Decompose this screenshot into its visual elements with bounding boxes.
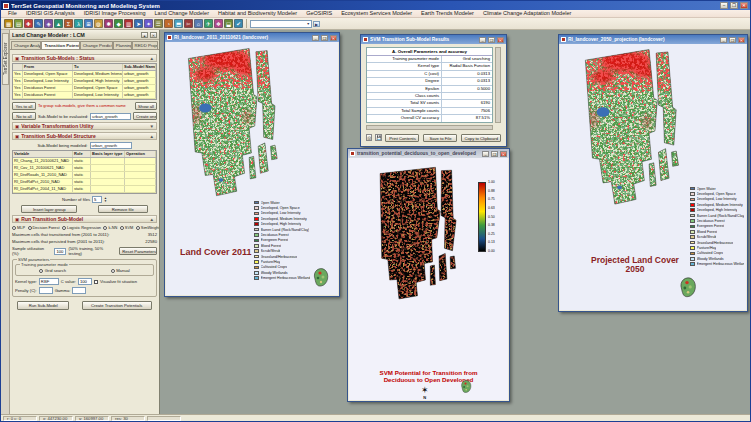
results-action-button[interactable]: Print Contents xyxy=(385,134,419,142)
toolbar-icon[interactable]: ⬒ xyxy=(174,19,183,28)
map-canvas[interactable]: 1.000.880.750.630.500.380.250.130.00 SVM… xyxy=(349,158,508,400)
vertical-scrollbar[interactable] xyxy=(495,47,501,123)
lcm-tab[interactable]: REDD Project xyxy=(132,41,158,49)
method-radio[interactable]: SimWeight xyxy=(136,225,159,230)
toolbar-icon[interactable]: ⬓ xyxy=(224,19,233,28)
section-header-status[interactable]: ▣ Transition Sub-Models : Status ▲ xyxy=(12,54,157,62)
menu-item[interactable]: Earth Trends Modeler xyxy=(417,10,478,17)
toolbar-icon[interactable]: ◆ xyxy=(114,19,123,28)
toolbar-icon[interactable]: Σ xyxy=(64,19,73,28)
toolbar-icon[interactable]: ✱ xyxy=(104,19,113,28)
close-button[interactable]: ✕ xyxy=(738,37,745,43)
toolbar-icon[interactable]: ⌂ xyxy=(194,19,203,28)
section-header-structure[interactable]: ▣ Transition Sub-Model Structure ▲ xyxy=(12,132,157,140)
transition-row[interactable]: Yes Deciduous Forest Developed, Low Inte… xyxy=(13,92,156,99)
remove-file-button[interactable]: Remove file xyxy=(98,205,148,213)
lcm-tab[interactable]: Transition Potentials xyxy=(41,41,79,49)
toolbar-icon[interactable]: ⊞ xyxy=(84,19,93,28)
maximize-button[interactable]: ❐ xyxy=(321,35,328,41)
map-window-landcover-2011[interactable]: RI_landcover_2011_20110621 (landcover) –… xyxy=(164,32,340,297)
panel-close-icon[interactable]: ✕ xyxy=(150,32,157,38)
toolbar-icon[interactable]: ▲ xyxy=(54,19,63,28)
evaluate-combo[interactable]: urban_growth xyxy=(90,113,131,120)
menu-item[interactable]: GeOSIRIS xyxy=(302,10,336,17)
menu-item[interactable]: Habitat and Biodiversity Modeler xyxy=(214,10,301,17)
menu-item[interactable]: File xyxy=(4,10,21,17)
maximize-button[interactable]: ❐ xyxy=(730,2,738,9)
close-button[interactable]: ✕ xyxy=(500,151,507,157)
toolbar-icon[interactable]: ✦ xyxy=(144,19,153,28)
map-window-titlebar[interactable]: RI_landcover_2050_projection (landcover)… xyxy=(559,35,747,44)
toolbar-icon[interactable]: λ xyxy=(74,19,83,28)
toolbar-icon[interactable]: ☰ xyxy=(154,19,163,28)
map-window-titlebar[interactable]: transition_potential_deciduous_to_open_d… xyxy=(348,149,509,158)
toolbar-icon[interactable]: ➤ xyxy=(134,19,143,28)
training-mode-radio[interactable]: Grid search xyxy=(39,268,66,273)
collapse-icon[interactable]: ▲ xyxy=(150,134,154,139)
transition-row[interactable]: Yes Deciduous Forest Developed, Open Spa… xyxy=(13,85,156,92)
menu-item[interactable]: Ecosystem Services Modeler xyxy=(337,10,416,17)
kernel-type-combo[interactable]: RBF xyxy=(39,278,59,285)
visualize-checkbox[interactable] xyxy=(94,280,98,284)
maximize-button[interactable]: ❐ xyxy=(729,37,736,43)
toolbar-icon[interactable]: ◔ xyxy=(164,19,173,28)
minimize-button[interactable]: – xyxy=(479,37,486,43)
toolbar-icon[interactable]: ◈ xyxy=(44,19,53,28)
results-action-button[interactable]: Copy to Clipboard xyxy=(461,134,501,142)
run-sub-model-button[interactable]: Run Sub-Model xyxy=(17,301,69,310)
toolbar-icon[interactable]: ✈ xyxy=(204,19,213,28)
yes-to-all-button[interactable]: Yes to all xyxy=(12,102,36,110)
toolbar-icon[interactable]: ▥ xyxy=(124,19,133,28)
structure-row[interactable]: RI_DistRoads_11_2010_NAD static xyxy=(13,172,156,179)
horizontal-scrollbar[interactable] xyxy=(366,125,493,130)
map-canvas[interactable]: Projected Land Cover 2050 Open Water xyxy=(560,44,746,310)
map-canvas[interactable]: Land Cover 2011 Open Water Developed, Op… xyxy=(166,42,338,295)
structure-row[interactable]: RI_DistRdPct_2004_11_NAD static xyxy=(13,186,156,193)
printer-icon[interactable]: ⎙ xyxy=(366,134,372,141)
minimize-button[interactable]: – xyxy=(312,35,319,41)
menu-item[interactable]: IDRISI GIS Analysis xyxy=(22,10,79,17)
transition-row[interactable]: Yes Developed, Low Intensity Developed, … xyxy=(13,78,156,85)
dialog-titlebar[interactable]: SVM Transition Sub-Model Results – ❐ ✕ xyxy=(361,35,506,44)
minimize-button[interactable]: – xyxy=(720,37,727,43)
results-action-button[interactable]: Save to File xyxy=(423,134,457,142)
collapse-icon[interactable]: ▲ xyxy=(150,56,154,61)
close-button[interactable]: ✕ xyxy=(497,37,504,43)
transition-row[interactable]: Yes Developed, Open Space Developed, Med… xyxy=(13,71,156,78)
toolbar-icon[interactable]: ▤ xyxy=(14,19,23,28)
gamma-input[interactable] xyxy=(72,287,86,294)
being-modeled-value[interactable]: urban_growth xyxy=(90,142,132,149)
insert-layer-group-button[interactable]: Insert layer group xyxy=(21,205,77,213)
toolbar-icon[interactable]: ▦ xyxy=(4,19,13,28)
method-radio[interactable]: Decision Forest xyxy=(28,225,60,230)
structure-row[interactable]: RI_DistRdPct_2010_NAD static xyxy=(13,179,156,186)
lcm-tab[interactable]: Change Analysis xyxy=(11,41,41,49)
pin-icon[interactable]: ▴ xyxy=(141,32,148,38)
lcm-tab[interactable]: Change Prediction xyxy=(80,41,113,49)
close-button[interactable]: ✕ xyxy=(330,35,337,41)
combo-go-button[interactable]: ▶ xyxy=(313,21,320,27)
maximize-button[interactable]: ❐ xyxy=(488,37,495,43)
method-radio[interactable]: k-NN xyxy=(103,225,117,230)
collapse-icon[interactable]: ▲ xyxy=(150,217,154,222)
toolbar-icon[interactable]: ◍ xyxy=(94,19,103,28)
reset-parameters-button[interactable]: Reset Parameters xyxy=(119,247,157,255)
section-header-run[interactable]: ▣ Run Transition Sub-Model ▲ xyxy=(12,215,157,223)
menu-item[interactable]: Land Change Modeler xyxy=(151,10,213,17)
menu-item[interactable]: IDRISI Image Processing xyxy=(80,10,150,17)
structure-row[interactable]: RI_Chang_11_20100621_NAD static xyxy=(13,158,156,165)
create-one-button[interactable]: Create one xyxy=(133,112,157,120)
sample-utilization-input[interactable] xyxy=(54,248,66,255)
structure-row[interactable]: RI_Cov_11_20100621_NAD static xyxy=(13,165,156,172)
save-icon[interactable]: 💾 xyxy=(375,134,382,141)
expand-icon[interactable]: ▼ xyxy=(150,124,154,129)
method-radio[interactable]: SVM xyxy=(120,225,133,230)
toolbar-icon[interactable]: ❖ xyxy=(214,19,223,28)
no-to-all-button[interactable]: No to all xyxy=(12,112,36,120)
terrset-explorer-tab[interactable]: TerrSet Explorer xyxy=(2,33,9,85)
map-window-titlebar[interactable]: RI_landcover_2011_20110621 (landcover) –… xyxy=(165,33,339,42)
minimize-button[interactable]: – xyxy=(482,151,489,157)
toolbar-icon[interactable]: ✎ xyxy=(34,19,43,28)
penalty-input[interactable] xyxy=(39,287,53,294)
show-all-button[interactable]: Show all xyxy=(135,102,157,110)
